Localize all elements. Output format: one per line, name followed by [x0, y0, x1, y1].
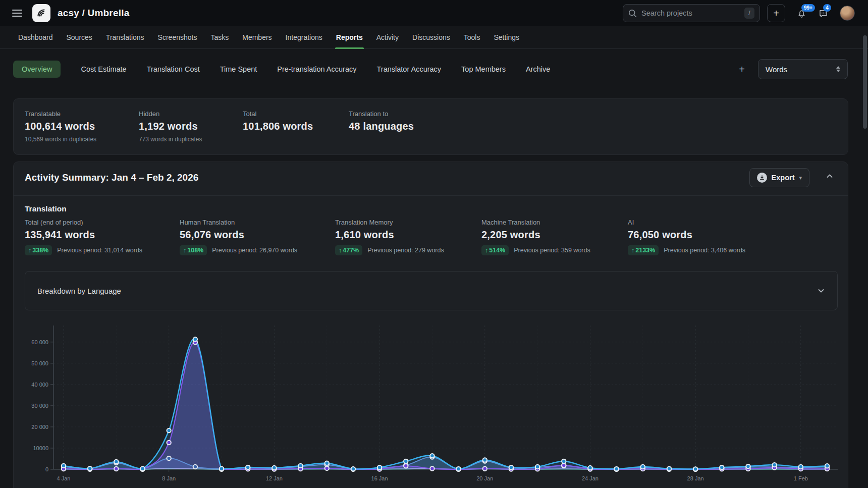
subnav-tab-top-members[interactable]: Top Members [461, 65, 506, 73]
change-badge: ↑2133% [628, 245, 659, 255]
nav-tab-discussions[interactable]: Discussions [412, 26, 450, 49]
arrow-up-icon: ↑ [485, 247, 488, 254]
subnav-tab-archive[interactable]: Archive [526, 65, 550, 73]
translation-metrics: Total (end of period) 135,941 words ↑338… [14, 219, 848, 269]
reports-subnav: Overview Cost Estimate Translation Cost … [0, 49, 868, 89]
messages-button[interactable]: 4 [818, 8, 829, 19]
svg-text:8 Jan: 8 Jan [162, 475, 176, 481]
subnav-tab-overview[interactable]: Overview [13, 61, 61, 78]
nav-tab-sources[interactable]: Sources [67, 26, 92, 49]
change-badge: ↑477% [335, 245, 362, 255]
notifications-button[interactable]: 99+ [796, 8, 807, 19]
messages-badge: 4 [823, 4, 831, 12]
collapse-section-button[interactable] [826, 172, 834, 182]
scrollbar [862, 26, 868, 488]
svg-text:10000: 10000 [33, 445, 48, 451]
svg-text:1 Feb: 1 Feb [794, 475, 808, 481]
nav-tab-tasks[interactable]: Tasks [210, 26, 229, 49]
header-divider [14, 195, 848, 196]
metric-human-translation: Human Translation 56,076 words ↑108% Pre… [180, 219, 297, 255]
metric-total-end-of-period: Total (end of period) 135,941 words ↑338… [25, 219, 142, 255]
export-button[interactable]: Export ▾ [749, 168, 809, 187]
topbar: acsy / Umbrella / + 99+ [0, 0, 868, 26]
menu-button[interactable] [12, 10, 22, 17]
svg-text:24 Jan: 24 Jan [582, 475, 599, 481]
search-icon [628, 9, 637, 18]
notifications-badge: 99+ [801, 4, 815, 12]
subnav-tab-translator-accuracy[interactable]: Translator Accuracy [377, 65, 442, 73]
app-root: acsy / Umbrella / + 99+ [0, 0, 868, 488]
search-input-wrapper[interactable]: / [623, 4, 760, 22]
main-nav: Dashboard Sources Translations Screensho… [0, 26, 868, 49]
nav-tab-reports[interactable]: Reports [336, 26, 363, 49]
svg-text:40 000: 40 000 [31, 382, 48, 388]
subnav-tab-translation-cost[interactable]: Translation Cost [147, 65, 200, 73]
download-icon [757, 173, 767, 183]
arrow-up-icon: ↑ [28, 247, 31, 254]
svg-text:12 Jan: 12 Jan [266, 475, 283, 481]
arrow-up-icon: ↑ [183, 247, 186, 254]
arrow-up-icon: ↑ [631, 247, 634, 254]
activity-chart: 01000020 00030 00040 00050 00060 0004 Ja… [0, 313, 868, 488]
stat-hidden: Hidden 1,192 words 773 words in duplicat… [139, 109, 243, 144]
nav-tab-dashboard[interactable]: Dashboard [18, 26, 53, 49]
chevron-up-icon [826, 172, 834, 180]
stat-translatable: Translatable 100,614 words 10,569 words … [25, 109, 139, 144]
stat-total: Total 101,806 words [243, 109, 349, 144]
word-stats-card: Translatable 100,614 words 10,569 words … [13, 98, 848, 155]
hamburger-icon [12, 10, 22, 11]
search-shortcut-key: / [744, 8, 754, 19]
metric-machine-translation: Machine Translation 2,205 words ↑514% Pr… [481, 219, 590, 255]
svg-text:30 000: 30 000 [31, 403, 48, 409]
subnav-tab-pre-translation-accuracy[interactable]: Pre-translation Accuracy [277, 65, 356, 73]
nav-tab-settings[interactable]: Settings [494, 26, 519, 49]
svg-text:4 Jan: 4 Jan [57, 475, 71, 481]
unit-select-value: Words [766, 65, 787, 74]
add-report-button[interactable]: + [735, 62, 749, 77]
svg-text:28 Jan: 28 Jan [687, 475, 704, 481]
svg-text:20 000: 20 000 [31, 424, 48, 430]
subnav-tab-cost-estimate[interactable]: Cost Estimate [81, 65, 126, 73]
nav-tab-tools[interactable]: Tools [464, 26, 480, 49]
stat-translation-to: Translation to 48 languages [349, 109, 414, 144]
svg-text:50 000: 50 000 [31, 360, 48, 366]
change-badge: ↑514% [481, 245, 509, 255]
scrollbar-thumb[interactable] [863, 35, 867, 129]
subnav-tab-time-spent[interactable]: Time Spent [220, 65, 257, 73]
unit-select[interactable]: Words [758, 59, 848, 79]
page-title: acsy / Umbrella [58, 8, 129, 19]
breakdown-by-language-toggle[interactable]: Breakdown by Language [25, 271, 838, 310]
svg-text:20 Jan: 20 Jan [476, 475, 493, 481]
svg-text:16 Jan: 16 Jan [371, 475, 388, 481]
user-avatar[interactable] [840, 6, 855, 21]
logo-swirl-icon [35, 7, 47, 19]
activity-summary-title: Activity Summary: Jan 4 – Feb 2, 2026 [25, 172, 198, 183]
arrow-up-icon: ↑ [339, 247, 342, 254]
svg-text:0: 0 [45, 466, 48, 472]
nav-tab-members[interactable]: Members [242, 26, 272, 49]
search-input[interactable] [641, 9, 744, 17]
app-logo[interactable] [32, 4, 50, 22]
nav-tab-screenshots[interactable]: Screenshots [158, 26, 197, 49]
nav-tab-translations[interactable]: Translations [106, 26, 144, 49]
nav-tab-integrations[interactable]: Integrations [286, 26, 322, 49]
metric-translation-memory: Translation Memory 1,610 words ↑477% Pre… [335, 219, 444, 255]
metric-ai: AI 76,050 words ↑2133% Previous period: … [628, 219, 745, 255]
translation-section-title: Translation [25, 204, 67, 213]
change-badge: ↑338% [25, 245, 52, 255]
chevron-down-icon [817, 287, 825, 295]
change-badge: ↑108% [180, 245, 207, 255]
nav-tab-activity[interactable]: Activity [376, 26, 399, 49]
svg-text:60 000: 60 000 [31, 339, 48, 345]
caret-down-icon: ▾ [799, 175, 802, 181]
create-project-button[interactable]: + [767, 4, 785, 22]
select-arrows-icon [836, 66, 840, 72]
